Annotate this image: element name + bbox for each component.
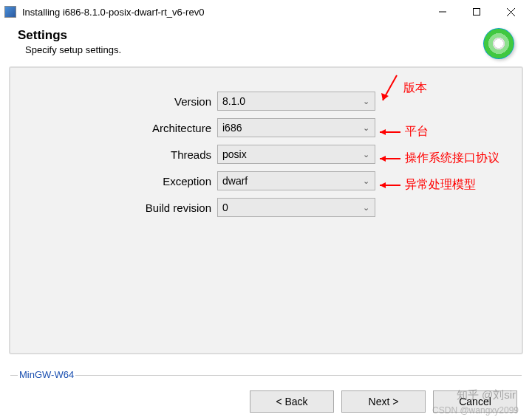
combo-build-revision-value: 0 [222, 202, 361, 213]
combo-version[interactable]: 8.1.0 ⌄ [217, 92, 375, 111]
chevron-down-icon: ⌄ [361, 150, 370, 159]
row-architecture: Architecture i686 ⌄ [10, 118, 522, 137]
combo-version-value: 8.1.0 [222, 95, 361, 107]
svg-marker-5 [381, 93, 389, 100]
label-version: Version [10, 95, 217, 108]
label-threads: Threads [10, 148, 217, 161]
annotation-version: 版本 [378, 71, 427, 105]
chevron-down-icon: ⌄ [361, 123, 370, 133]
combo-exception[interactable]: dwarf ⌄ [217, 171, 375, 190]
next-button[interactable]: Next > [341, 390, 426, 413]
annotation-threads: 操作系统接口协议 [375, 151, 499, 166]
combo-build-revision[interactable]: 0 ⌄ [217, 198, 375, 217]
header: Settings Specify setup settings. [0, 24, 532, 66]
back-button[interactable]: < Back [250, 390, 334, 413]
combo-threads-value: posix [222, 148, 361, 160]
window-controls [426, 1, 528, 23]
label-build-revision: Build revision [10, 202, 217, 214]
label-architecture: Architecture [10, 122, 217, 134]
fieldset-divider [10, 375, 522, 376]
svg-marker-9 [380, 156, 386, 162]
watermark-csdn: CSDN @wangxy2099 [432, 405, 519, 416]
minimize-button[interactable] [426, 1, 460, 23]
installer-icon [4, 6, 16, 18]
settings-panel: Version 8.1.0 ⌄ Architecture i686 ⌄ Thre… [9, 66, 523, 354]
combo-architecture[interactable]: i686 ⌄ [217, 118, 375, 137]
arrow-icon [375, 180, 402, 190]
chevron-down-icon: ⌄ [361, 97, 370, 106]
cd-icon [483, 28, 514, 59]
row-version: Version 8.1.0 ⌄ [10, 92, 522, 111]
window-title: Installing i686-8.1.0-posix-dwarf-rt_v6-… [22, 7, 426, 18]
branding-label: MinGW-W64 [18, 369, 75, 380]
arrow-icon [378, 71, 400, 105]
arrow-icon [375, 127, 402, 137]
maximize-button[interactable] [460, 1, 494, 23]
annotation-exception: 异常处理模型 [375, 177, 476, 193]
combo-threads[interactable]: posix ⌄ [217, 145, 375, 164]
page-subtitle: Specify setup settings. [25, 44, 121, 55]
watermark-zhihu: 知乎 @刘sir [457, 388, 516, 402]
page-title: Settings [18, 28, 121, 43]
row-build-revision: Build revision 0 ⌄ [10, 198, 522, 217]
svg-marker-7 [380, 129, 386, 135]
combo-exception-value: dwarf [222, 175, 361, 187]
close-button[interactable] [494, 1, 528, 23]
svg-rect-1 [474, 9, 480, 16]
combo-architecture-value: i686 [222, 122, 361, 134]
chevron-down-icon: ⌄ [361, 203, 370, 213]
svg-marker-11 [380, 182, 386, 188]
label-exception: Exception [10, 175, 217, 187]
titlebar: Installing i686-8.1.0-posix-dwarf-rt_v6-… [0, 0, 532, 24]
chevron-down-icon: ⌄ [361, 176, 370, 186]
annotation-architecture: 平台 [375, 124, 429, 140]
arrow-icon [375, 154, 402, 164]
